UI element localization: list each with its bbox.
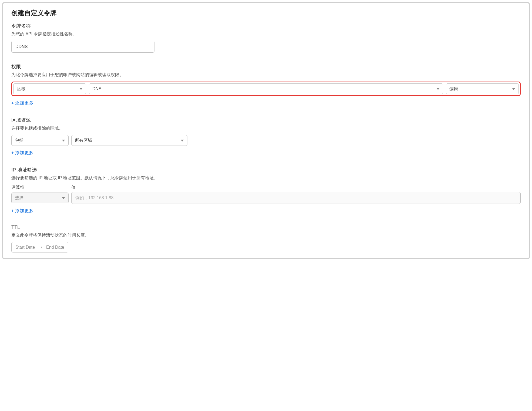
ip-filter-desc: 选择要筛选的 IP 地址或 IP 地址范围。默认情况下，此令牌适用于所有地址。 [11,175,521,181]
ip-operator-label: 运算符 [11,185,69,190]
ttl-date-range-picker[interactable]: Start Date → End Date [11,242,68,252]
token-name-section: 令牌名称 为您的 API 令牌指定描述性名称。 [11,23,521,53]
permission-level-value: 编辑 [449,86,458,92]
plus-icon: + [11,150,14,156]
permission-resource-select[interactable]: DNS [89,83,443,94]
zone-value-select[interactable]: 所有区域 [71,135,187,146]
zone-resources-label: 区域资源 [11,117,521,123]
permission-scope-value: 区域 [17,86,25,92]
zone-add-more-label: 添加更多 [15,150,33,156]
ip-value-label: 值 [71,185,521,190]
ip-add-more-button[interactable]: + 添加更多 [11,208,33,214]
zone-value-text: 所有区域 [75,138,92,143]
ip-value-input[interactable] [71,192,521,204]
permissions-add-more-button[interactable]: + 添加更多 [11,100,33,106]
token-name-desc: 为您的 API 令牌指定描述性名称。 [11,31,521,37]
ttl-start-date: Start Date [15,245,35,250]
chevron-down-icon [79,88,83,90]
ip-filter-section: IP 地址筛选 选择要筛选的 IP 地址或 IP 地址范围。默认情况下，此令牌适… [11,167,521,214]
zone-mode-value: 包括 [15,138,23,143]
chevron-down-icon [512,88,515,90]
ip-operator-value: 选择... [15,195,27,201]
create-token-form: 创建自定义令牌 令牌名称 为您的 API 令牌指定描述性名称。 权限 为此令牌选… [2,2,530,259]
permission-level-select[interactable]: 编辑 [446,83,519,94]
ttl-end-date: End Date [46,245,64,250]
page-title: 创建自定义令牌 [11,9,521,17]
zone-resources-desc: 选择要包括或排除的区域。 [11,126,521,131]
chevron-down-icon [436,88,440,90]
ttl-label: TTL [11,225,521,230]
chevron-down-icon [181,140,184,142]
permission-resource-value: DNS [92,86,102,91]
permissions-add-more-label: 添加更多 [15,100,33,106]
ip-filter-label: IP 地址筛选 [11,167,521,173]
token-name-label: 令牌名称 [11,23,521,29]
plus-icon: + [11,208,14,214]
ip-operator-select[interactable]: 选择... [11,193,69,203]
chevron-down-icon [62,197,65,199]
zone-add-more-button[interactable]: + 添加更多 [11,150,33,156]
ttl-section: TTL 定义此令牌将保持活动状态的时间长度。 Start Date → End … [11,225,521,252]
permissions-row-highlight: 区域 DNS 编辑 [11,82,521,96]
permissions-desc: 为此令牌选择要应用于您的帐户或网站的编辑或读取权限。 [11,72,521,78]
permission-scope-select[interactable]: 区域 [13,83,86,94]
zone-resources-section: 区域资源 选择要包括或排除的区域。 包括 所有区域 + 添加更多 [11,117,521,156]
zone-mode-select[interactable]: 包括 [11,135,69,146]
token-name-input[interactable] [11,41,154,53]
permissions-section: 权限 为此令牌选择要应用于您的帐户或网站的编辑或读取权限。 区域 DNS 编辑 … [11,63,521,106]
ip-add-more-label: 添加更多 [15,208,33,214]
plus-icon: + [11,100,14,106]
ttl-desc: 定义此令牌将保持活动状态的时间长度。 [11,233,521,238]
arrow-right-icon: → [38,244,43,250]
chevron-down-icon [62,140,65,142]
permissions-label: 权限 [11,63,521,70]
